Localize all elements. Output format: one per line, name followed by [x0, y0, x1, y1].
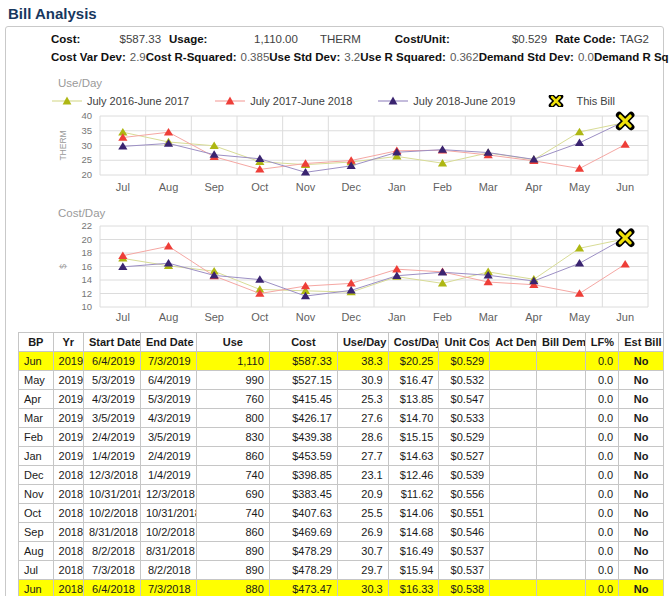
cell-yr: 2018	[53, 523, 83, 542]
cell-unit-cost: $0.556	[439, 485, 490, 504]
cell-bill-dem	[536, 561, 585, 580]
usage-label: Usage:	[169, 33, 207, 45]
cell-use-day: 30.7	[337, 542, 388, 561]
cell-est-bill: No	[619, 485, 664, 504]
x-axis-label: Nov	[296, 181, 316, 193]
cell-use: 890	[196, 542, 269, 561]
cell-act-dem	[490, 447, 537, 466]
cell-use: 740	[196, 466, 269, 485]
cell-end-date: 7/3/2019	[140, 352, 196, 371]
cell-est-bill: No	[619, 390, 664, 409]
y-tick-label: 20	[81, 234, 92, 245]
data-point-marker	[575, 139, 584, 147]
cell-use-day: 20.9	[337, 485, 388, 504]
cost-unit-label: Cost/Unit:	[395, 33, 450, 45]
cell-bill-dem	[536, 447, 585, 466]
data-point-marker	[164, 259, 173, 267]
table-row-mar-2019[interactable]: Mar20193/5/20194/3/2019800$426.1727.6$14…	[19, 409, 664, 428]
cell-est-bill: No	[619, 371, 664, 390]
column-header-unit-cost: Unit Cost	[439, 333, 490, 352]
cell-yr: 2018	[53, 561, 83, 580]
table-row-dec-2018[interactable]: Dec201812/3/20181/4/2019740$398.8523.1$1…	[19, 466, 664, 485]
cost-r-squared: Cost R-Squared:0.385	[146, 51, 270, 63]
cell-cost-day: $15.94	[388, 561, 439, 580]
table-row-apr-2019[interactable]: Apr20194/3/20195/3/2019760$415.4525.3$13…	[19, 390, 664, 409]
cell-cost: $478.29	[269, 542, 337, 561]
cell-est-bill: No	[619, 466, 664, 485]
table-row-jul-2018[interactable]: Jul20187/3/20188/2/2018890$478.2929.7$15…	[19, 561, 664, 580]
x-axis-label: Jun	[616, 181, 634, 193]
cell-start-date: 5/3/2019	[84, 371, 141, 390]
table-row-nov-2018[interactable]: Nov201810/31/201812/3/2018690$383.4520.9…	[19, 485, 664, 504]
cell-start-date: 8/31/2018	[84, 523, 141, 542]
table-row-jun-2018[interactable]: Jun20186/4/20187/3/2018880$473.4730.3$16…	[19, 580, 664, 596]
table-row-jun-2019[interactable]: Jun20196/4/20197/3/20191,110$587.3338.3$…	[19, 352, 664, 371]
cell-act-dem	[490, 371, 537, 390]
cell-use: 760	[196, 390, 269, 409]
legend-label: July 2017-June 2018	[250, 95, 352, 107]
cell-end-date: 10/31/2018	[140, 504, 196, 523]
cell-use-day: 30.9	[337, 371, 388, 390]
cell-use-day: 28.6	[337, 428, 388, 447]
this-bill-x-icon	[541, 95, 571, 107]
cell-act-dem	[490, 409, 537, 428]
cell-act-dem	[490, 352, 537, 371]
cell-unit-cost: $0.546	[439, 523, 490, 542]
table-row-may-2019[interactable]: May20195/3/20196/4/2019990$527.1530.9$16…	[19, 371, 664, 390]
cost-label: Cost:	[51, 33, 80, 45]
cell-use: 860	[196, 523, 269, 542]
cell-cost: $453.59	[269, 447, 337, 466]
cell-bp: Aug	[19, 542, 54, 561]
column-header-use-day: Use/Day	[337, 333, 388, 352]
use-std-dev: Use Std Dev:3.2	[269, 51, 360, 63]
column-header-est-bill: Est Bill	[619, 333, 664, 352]
cell-yr: 2018	[53, 466, 83, 485]
cell-unit-cost: $0.529	[439, 428, 490, 447]
cell-bill-dem	[536, 504, 585, 523]
table-row-jan-2019[interactable]: Jan20191/4/20192/4/2019860$453.5927.7$14…	[19, 447, 664, 466]
x-axis-label: Jul	[116, 181, 130, 193]
cell-end-date: 12/3/2018	[140, 485, 196, 504]
y-tick-label: 22	[81, 220, 92, 231]
cost-unit-value: $0.529	[454, 33, 547, 45]
cell-yr: 2018	[53, 485, 83, 504]
cell-unit-cost: $0.527	[439, 447, 490, 466]
column-header-cost-day: Cost/Day	[388, 333, 439, 352]
cell-unit-cost: $0.537	[439, 542, 490, 561]
series-marker-icon	[52, 95, 82, 107]
y-axis-title: $	[58, 264, 68, 269]
cell-lf: 0.0	[585, 523, 619, 542]
y-axis-title: THERM	[58, 130, 68, 160]
cell-cost-day: $20.25	[388, 352, 439, 371]
y-tick-label: 35	[81, 125, 92, 136]
y-tick-label: 40	[81, 110, 92, 121]
this-bill-marker	[619, 232, 631, 244]
y-tick-label: 12	[81, 288, 92, 299]
cell-end-date: 5/3/2019	[140, 390, 196, 409]
column-header-act-dem: Act Dem	[490, 333, 537, 352]
cell-start-date: 10/2/2018	[84, 504, 141, 523]
table-row-feb-2019[interactable]: Feb20192/4/20193/5/2019830$439.3828.6$15…	[19, 428, 664, 447]
table-row-oct-2018[interactable]: Oct201810/2/201810/31/2018740$407.6325.5…	[19, 504, 664, 523]
table-row-aug-2018[interactable]: Aug20188/2/20188/31/2018890$478.2930.7$1…	[19, 542, 664, 561]
legend-item-july-2016-june-2017: July 2016-June 2017	[52, 95, 189, 107]
cell-unit-cost: $0.539	[439, 466, 490, 485]
y-tick-label: 18	[81, 247, 92, 258]
cell-act-dem	[490, 523, 537, 542]
cell-start-date: 3/5/2019	[84, 409, 141, 428]
x-axis-label: Oct	[251, 311, 268, 323]
column-header-cost: Cost	[269, 333, 337, 352]
cell-bp: Nov	[19, 485, 54, 504]
cell-act-dem	[490, 561, 537, 580]
legend-item-july-2017-june-2018: July 2017-June 2018	[215, 95, 352, 107]
cell-lf: 0.0	[585, 447, 619, 466]
cell-start-date: 8/2/2018	[84, 542, 141, 561]
x-axis-label: Dec	[341, 311, 361, 323]
table-row-sep-2018[interactable]: Sep20188/31/201810/2/2018860$469.6926.9$…	[19, 523, 664, 542]
cost-value: $587.33	[84, 33, 161, 45]
rate-code-label: Rate Code:	[555, 33, 616, 45]
cell-act-dem	[490, 485, 537, 504]
cell-bp: Jul	[19, 561, 54, 580]
cell-bill-dem	[536, 542, 585, 561]
x-axis-label: Nov	[296, 311, 316, 323]
